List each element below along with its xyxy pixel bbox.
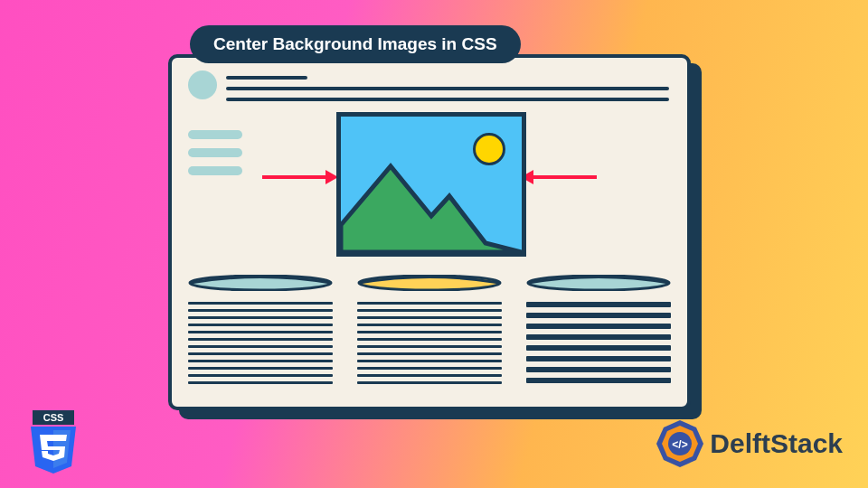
browser-window [168,54,691,410]
image-placeholder-icon [336,112,526,257]
text-column [188,302,333,389]
arrow-left-icon [533,175,597,179]
divider-row [188,275,671,291]
header-line [226,98,669,101]
page-title: Center Background Images in CSS [190,25,521,63]
side-line [188,166,242,175]
text-column [357,302,502,389]
brand-text: DelftStack [710,428,843,459]
avatar-circle [188,70,217,99]
mountain-icon [341,117,522,252]
lens-divider-icon [526,275,671,291]
arrow-right-icon [262,175,326,179]
lens-divider-icon [188,275,333,291]
lens-divider-icon [357,275,502,291]
css3-badge-icon: CSS [27,410,80,479]
delftstack-icon: </> [654,418,706,470]
svg-text:</>: </> [673,438,688,451]
text-column [526,302,671,389]
header-line [226,76,307,80]
side-line [188,148,242,157]
header-line [226,87,669,90]
text-columns [188,302,671,389]
delftstack-logo: </> DelftStack [654,418,843,470]
side-line [188,130,242,139]
svg-text:CSS: CSS [43,412,64,423]
